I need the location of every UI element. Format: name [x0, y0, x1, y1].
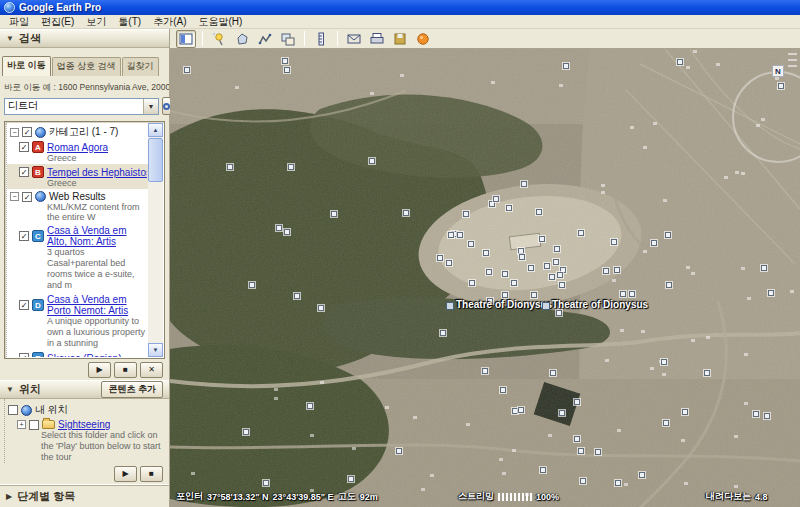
photo-placemark-icon[interactable]	[549, 274, 555, 280]
photo-placemark-icon[interactable]	[578, 230, 584, 236]
checkbox[interactable]: ✓	[19, 167, 29, 177]
aerial-imagery-view[interactable]: Theatre of Dionysus Theatre of Dionysus …	[170, 49, 800, 507]
search-combobox[interactable]: ▼	[4, 98, 159, 115]
result-link[interactable]: Tempel des Hephaistos	[47, 167, 147, 178]
toolbar-email-button[interactable]	[344, 30, 364, 48]
photo-placemark-icon[interactable]	[559, 410, 565, 416]
sightseeing-row[interactable]: + Sightseeing	[5, 417, 169, 430]
stop-tour-button[interactable]: ■	[140, 466, 163, 482]
toolbar-add-placemark-button[interactable]	[209, 30, 229, 48]
photo-placemark-icon[interactable]	[574, 399, 580, 405]
expander-icon[interactable]: −	[10, 192, 19, 201]
result-link[interactable]: Casa à Venda em Alto, Nom: Artis	[47, 225, 147, 247]
my-places-row[interactable]: 내 위치	[5, 401, 169, 417]
photo-placemark-icon[interactable]	[263, 480, 269, 486]
photo-placemark-icon[interactable]	[639, 472, 645, 478]
result-item-a[interactable]: ✓ A Roman Agora	[7, 139, 148, 153]
clear-results-button[interactable]: ✕	[140, 362, 163, 378]
checkbox[interactable]: ✓	[19, 300, 29, 310]
checkbox[interactable]: ✓	[19, 231, 29, 241]
photo-placemark-icon[interactable]	[511, 280, 517, 286]
tab-find-businesses[interactable]: 업종 상호 검색	[52, 57, 121, 76]
search-panel-header[interactable]: ▼ 검색	[0, 29, 169, 48]
photo-placemark-icon[interactable]	[243, 429, 249, 435]
menu-add[interactable]: 추가(A)	[148, 15, 191, 29]
photo-placemark-icon[interactable]	[682, 409, 688, 415]
photo-placemark-icon[interactable]	[663, 420, 669, 426]
photo-placemark-icon[interactable]	[578, 448, 584, 454]
photo-placemark-icon[interactable]	[396, 448, 402, 454]
menu-help[interactable]: 도움말(H)	[193, 15, 247, 29]
photo-placemark-icon[interactable]	[764, 413, 770, 419]
photo-placemark-icon[interactable]	[651, 240, 657, 246]
photo-placemark-icon[interactable]	[284, 229, 290, 235]
checkbox[interactable]: ✓	[19, 353, 29, 357]
photo-placemark-icon[interactable]	[294, 293, 300, 299]
photo-placemark-icon[interactable]	[531, 292, 537, 298]
play-tour-button[interactable]: ▶	[114, 466, 137, 482]
photo-placemark-icon[interactable]	[227, 164, 233, 170]
stop-tour-button[interactable]: ■	[114, 362, 137, 378]
photo-placemark-icon[interactable]	[403, 210, 409, 216]
photo-placemark-icon[interactable]	[276, 225, 282, 231]
photo-placemark-icon[interactable]	[486, 269, 492, 275]
photo-placemark-icon[interactable]	[536, 209, 542, 215]
photo-placemark-icon[interactable]	[506, 205, 512, 211]
photo-placemark-icon[interactable]	[615, 480, 621, 486]
search-input[interactable]	[5, 101, 143, 112]
photo-placemark-icon[interactable]	[550, 370, 556, 376]
placemark-icon[interactable]	[446, 302, 454, 310]
photo-placemark-icon[interactable]	[753, 411, 759, 417]
photo-placemark-icon[interactable]	[540, 467, 546, 473]
result-item-d[interactable]: ✓ D Casa à Venda em Porto Nemot: Artis	[7, 292, 148, 316]
photo-placemark-icon[interactable]	[331, 211, 337, 217]
photo-placemark-icon[interactable]	[665, 232, 671, 238]
layers-panel-header[interactable]: ▶ 단계별 항목	[0, 484, 169, 507]
photo-placemark-icon[interactable]	[184, 67, 190, 73]
photo-placemark-icon[interactable]	[661, 359, 667, 365]
toolbar-print-button[interactable]	[367, 30, 387, 48]
photo-placemark-icon[interactable]	[469, 280, 475, 286]
toolbar-add-path-button[interactable]	[255, 30, 275, 48]
photo-placemark-icon[interactable]	[761, 265, 767, 271]
toolbar-add-image-overlay-button[interactable]	[278, 30, 298, 48]
places-panel-header[interactable]: ▼ 위치 콘텐츠 추가	[0, 380, 169, 399]
result-item-c[interactable]: ✓ C Casa à Venda em Alto, Nom: Artis	[7, 223, 148, 247]
tab-directions[interactable]: 길찾기	[122, 57, 159, 76]
result-link[interactable]: Roman Agora	[47, 142, 108, 153]
photo-placemark-icon[interactable]	[528, 265, 534, 271]
photo-placemark-icon[interactable]	[556, 310, 562, 316]
add-content-button[interactable]: 콘텐츠 추가	[101, 381, 163, 398]
scroll-down-icon[interactable]: ▼	[148, 343, 163, 357]
photo-placemark-icon[interactable]	[448, 232, 454, 238]
selected-result[interactable]: ✓ B Tempel des Hephaistos Greece	[7, 164, 148, 189]
photo-placemark-icon[interactable]	[282, 58, 288, 64]
photo-placemark-icon[interactable]	[307, 403, 313, 409]
photo-placemark-icon[interactable]	[502, 292, 508, 298]
scroll-up-icon[interactable]: ▲	[148, 123, 163, 137]
photo-placemark-icon[interactable]	[557, 272, 563, 278]
photo-placemark-icon[interactable]	[500, 387, 506, 393]
photo-placemark-icon[interactable]	[629, 291, 635, 297]
photo-placemark-icon[interactable]	[620, 291, 626, 297]
toolbar-view-in-maps-button[interactable]	[413, 30, 433, 48]
photo-placemark-icon[interactable]	[463, 211, 469, 217]
photo-placemark-icon[interactable]	[554, 246, 560, 252]
photo-placemark-icon[interactable]	[563, 63, 569, 69]
menu-edit[interactable]: 편집(E)	[36, 15, 79, 29]
results-scrollbar[interactable]: ▲ ▼	[148, 123, 163, 357]
map-label-theatre-of-dionysus[interactable]: Theatre of Dionysus	[456, 299, 552, 310]
menu-view[interactable]: 보기	[81, 15, 111, 29]
photo-placemark-icon[interactable]	[468, 241, 474, 247]
map-label-theatre-of-dionysus[interactable]: Theatre of Dionysus	[552, 299, 648, 310]
photo-placemark-icon[interactable]	[483, 250, 489, 256]
photo-placemark-icon[interactable]	[559, 282, 565, 288]
results-root-row[interactable]: − ✓ 카테고리 (1 - 7)	[7, 123, 148, 139]
photo-placemark-icon[interactable]	[574, 436, 580, 442]
play-tour-button[interactable]: ▶	[88, 362, 111, 378]
result-link[interactable]: Skeuos (Region)	[47, 353, 121, 358]
photo-placemark-icon[interactable]	[493, 196, 499, 202]
placemark-icon[interactable]	[542, 302, 550, 310]
photo-placemark-icon[interactable]	[768, 290, 774, 296]
expander-icon[interactable]: +	[17, 420, 26, 429]
